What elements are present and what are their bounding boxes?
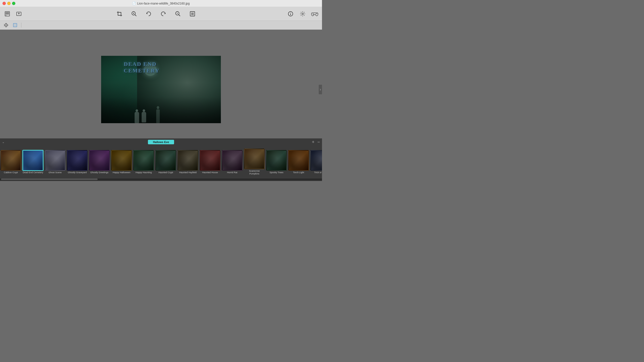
thumbnails-strip: Caldron CryptDead End CemeteryGhost Scen…	[0, 146, 322, 178]
thumbnail-label-haunted-crypt: Haunted Crypt	[158, 171, 173, 174]
thumbnail-image-ghostly-greetings	[90, 151, 109, 170]
thumbnail-image-ghost-scene	[45, 151, 65, 170]
thumbnail-label-spooky-trees: Spooky Trees	[269, 171, 283, 174]
thumbnail-label-torch-light: Torch Light	[293, 171, 304, 174]
hallows-bar: ⌄ Hallows Eve + −	[0, 139, 322, 146]
titlebar: 📄 Lion-face-mane-wildlife_3840x2160.jpg	[0, 0, 322, 7]
gamepad-button[interactable]	[310, 9, 319, 19]
toolbar-right	[286, 9, 319, 19]
thumbnail-image-happy-haunting	[134, 151, 153, 170]
thumbnail-happy-halloween[interactable]: Happy Halloween	[111, 150, 132, 174]
thumbnail-label-haunted-hayfield: Haunted Hayfield	[179, 171, 196, 174]
right-panel-toggle[interactable]: ›	[319, 85, 322, 94]
thumbnail-image-horrid-rat	[222, 151, 242, 170]
thumbnail-label-ghostly-graveyard: Ghostly Graveyard	[68, 171, 87, 174]
thumbnail-image-haunted-house	[200, 151, 220, 170]
thumbnail-haunted-house[interactable]: Haunted House	[199, 150, 221, 174]
svg-point-22	[316, 13, 317, 14]
thumbnail-ghost-scene[interactable]: Ghost Scene	[44, 150, 66, 174]
cemetery-text: Dead End Cemetery	[124, 61, 159, 74]
thumbnail-label-happy-halloween: Happy Halloween	[113, 171, 131, 174]
svg-point-18	[302, 13, 303, 15]
add-button[interactable]: +	[312, 140, 314, 145]
thumbnail-haunted-crypt[interactable]: Haunted Crypt	[155, 150, 177, 174]
selection-tool-button[interactable]	[12, 22, 19, 29]
window-title: 📄 Lion-face-mane-wildlife_3840x2160.jpg	[132, 2, 190, 5]
thumbnail-caldron-crypt[interactable]: Caldron Crypt	[0, 150, 22, 174]
thumbnail-label-caldron-crypt: Caldron Crypt	[4, 171, 18, 174]
toolbar-divider	[21, 23, 21, 28]
image-dark-overlay	[101, 83, 221, 123]
thumbnail-label-horrid-rat: Horrid Rat	[227, 171, 237, 174]
thumbnail-haunted-hayfield[interactable]: Haunted Hayfield	[177, 150, 199, 174]
thumbnail-image-scarecrow-pumpkins	[245, 149, 264, 169]
thumbnail-image-spooky-trees	[267, 151, 286, 170]
thumbnail-image-happy-halloween	[112, 151, 131, 170]
collection-label: Hallows Eve	[148, 140, 174, 144]
file-icon: 📄	[132, 2, 136, 5]
info-button[interactable]	[286, 9, 295, 19]
svg-point-21	[316, 14, 316, 14]
svg-rect-5	[118, 12, 121, 15]
rotate-left-button[interactable]	[144, 9, 153, 19]
fit-button[interactable]	[188, 9, 197, 19]
svg-rect-23	[13, 23, 17, 27]
thumbnail-dead-end-cemetery[interactable]: Dead End Cemetery	[22, 150, 44, 174]
thumbnail-image-dead-end-cemetery	[23, 151, 43, 170]
thumbnail-image-extra-1	[311, 151, 322, 170]
svg-rect-1	[6, 12, 9, 15]
expand-icon[interactable]: ⌄	[2, 140, 5, 144]
thumbnail-label-haunted-house: Haunted House	[202, 171, 218, 174]
thumbnail-spooky-trees[interactable]: Spooky Trees	[266, 150, 287, 174]
scrollbar[interactable]	[0, 178, 322, 180]
thumbnail-label-scarecrow-pumpkins: Scarecrow Pumpkins	[244, 170, 265, 175]
remove-button[interactable]: −	[317, 140, 320, 145]
svg-point-17	[290, 13, 291, 13]
settings-button[interactable]	[298, 9, 307, 19]
thumbnail-label-extra-1: Trick or Treat	[314, 171, 322, 174]
thumbnail-happy-haunting[interactable]: Happy Haunting	[133, 150, 154, 174]
bottom-panel: ⌄ Hallows Eve + − Caldron CryptDead End …	[0, 138, 322, 181]
thumbnail-image-haunted-hayfield	[178, 151, 198, 170]
close-button[interactable]	[3, 2, 6, 5]
thumbnail-ghostly-greetings[interactable]: Ghostly Greetings	[89, 150, 110, 174]
minimize-button[interactable]	[7, 2, 11, 5]
move-tool-button[interactable]	[3, 22, 10, 29]
zoom-in-button[interactable]	[129, 9, 139, 19]
main-toolbar	[0, 7, 322, 21]
import-button[interactable]	[14, 9, 24, 19]
window-controls	[3, 2, 15, 5]
thumbnail-image-ghostly-graveyard	[67, 151, 87, 170]
thumbnail-label-dead-end-cemetery: Dead End Cemetery	[23, 171, 43, 174]
thumbnail-label-ghost-scene: Ghost Scene	[49, 171, 62, 174]
svg-rect-14	[191, 13, 194, 15]
thumbnail-torch-light[interactable]: Torch Light	[288, 150, 309, 174]
thumbnail-image-haunted-crypt	[156, 151, 176, 170]
main-image: Dead End Cemetery	[101, 56, 221, 123]
thumbnail-label-happy-haunting: Happy Haunting	[136, 171, 152, 174]
thumbnail-scarecrow-pumpkins[interactable]: Scarecrow Pumpkins	[244, 148, 265, 176]
toolbar-center	[27, 9, 285, 19]
thumbnail-image-torch-light	[289, 151, 308, 170]
image-view-button[interactable]	[3, 9, 12, 19]
crop-button[interactable]	[115, 9, 124, 19]
thumbnail-ghostly-graveyard[interactable]: Ghostly Graveyard	[66, 150, 88, 174]
zoom-out-button[interactable]	[173, 9, 183, 19]
svg-line-12	[179, 15, 180, 16]
thumbnail-image-caldron-crypt	[1, 151, 21, 170]
thumbnail-horrid-rat[interactable]: Horrid Rat	[221, 150, 243, 174]
thumbnail-label-ghostly-greetings: Ghostly Greetings	[90, 171, 108, 174]
secondary-toolbar	[0, 21, 322, 30]
toolbar-left	[3, 9, 24, 19]
canvas-area: Dead End Cemetery ›	[0, 30, 322, 149]
maximize-button[interactable]	[12, 2, 15, 5]
thumbnail-extra-1[interactable]: Trick or Treat	[310, 150, 322, 174]
svg-line-9	[135, 15, 136, 16]
rotate-right-button[interactable]	[158, 9, 168, 19]
